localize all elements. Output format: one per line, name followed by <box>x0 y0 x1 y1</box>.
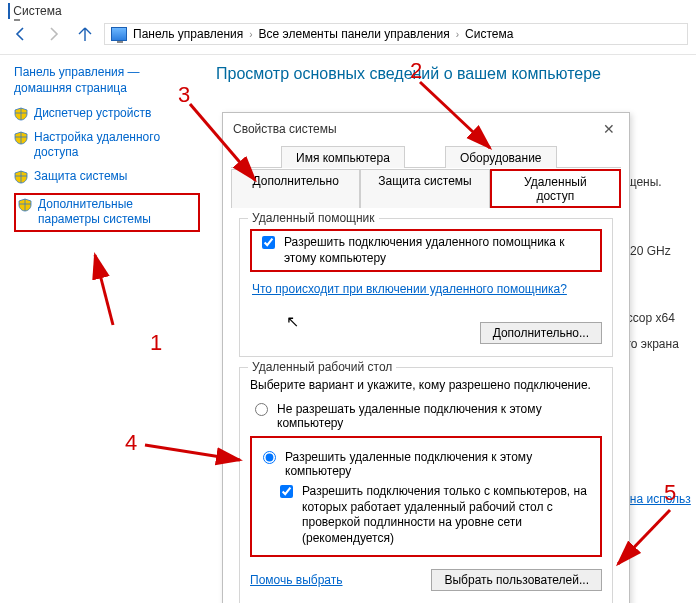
rd-radio-deny[interactable] <box>255 403 268 416</box>
breadcrumb[interactable]: Система <box>465 27 513 41</box>
explorer-navbar: Панель управления › Все элементы панели … <box>0 20 696 55</box>
forward-button[interactable] <box>40 22 66 46</box>
annotation-4: 4 <box>125 430 137 456</box>
back-button[interactable] <box>8 22 34 46</box>
remote-desktop-group: Удаленный рабочий стол Выберите вариант … <box>239 367 613 603</box>
sidebar-home[interactable]: Панель управления — домашняя страница <box>14 65 200 96</box>
select-users-button[interactable]: Выбрать пользователей... <box>431 569 602 591</box>
ra-advanced-button[interactable]: Дополнительно... <box>480 322 602 344</box>
sidebar-item-label: Защита системы <box>34 169 127 185</box>
page-title: Просмотр основных сведений о вашем компь… <box>216 65 696 83</box>
sidebar-item-device-manager[interactable]: Диспетчер устройств <box>14 106 200 122</box>
rd-radio-allow[interactable] <box>263 451 276 464</box>
tab-hardware[interactable]: Оборудование <box>445 146 557 168</box>
rd-instruction: Выберите вариант и укажите, кому разреше… <box>250 378 602 392</box>
monitor-icon <box>111 27 127 41</box>
rd-nla-checkbox[interactable] <box>280 485 293 498</box>
chevron-right-icon: › <box>249 29 252 40</box>
sidebar-item-remote-settings[interactable]: Настройка удаленного доступа <box>14 130 200 161</box>
remote-assistance-group: Удаленный помощник Разрешить подключения… <box>239 218 613 357</box>
sidebar-item-label: Настройка удаленного доступа <box>34 130 200 161</box>
svg-line-0 <box>95 255 113 325</box>
sidebar-item-advanced-settings[interactable]: Дополнительные параметры системы <box>14 193 200 232</box>
sidebar: Панель управления — домашняя страница Ди… <box>0 55 210 250</box>
up-button[interactable] <box>72 22 98 46</box>
tab-advanced[interactable]: Дополнительно <box>231 169 360 208</box>
tab-system-protection[interactable]: Защита системы <box>360 169 489 208</box>
breadcrumb[interactable]: Все элементы панели управления <box>259 27 450 41</box>
sidebar-item-system-protection[interactable]: Защита системы <box>14 169 200 185</box>
shield-icon <box>18 198 32 212</box>
radio-label: Разрешить удаленные подключения к этому … <box>285 450 594 478</box>
shield-icon <box>14 107 28 121</box>
chevron-right-icon: › <box>456 29 459 40</box>
checkbox-label: Разрешить подключения удаленного помощни… <box>284 235 594 266</box>
system-properties-dialog: Свойства системы ✕ Имя компьютера Оборуд… <box>222 112 630 603</box>
tab-remote[interactable]: Удаленный доступ <box>490 169 621 208</box>
group-legend: Удаленный помощник <box>248 211 379 225</box>
address-bar[interactable]: Панель управления › Все элементы панели … <box>104 23 688 45</box>
allow-remote-assistance-checkbox[interactable] <box>262 236 275 249</box>
shield-icon <box>14 170 28 184</box>
window-title: Система <box>0 0 696 20</box>
rd-help-choose-link[interactable]: Помочь выбрать <box>250 573 343 587</box>
sidebar-item-label: Дополнительные параметры системы <box>38 197 196 228</box>
system-info-fragment: ищены. 3.20 GHz ессор x64 ого экрана я н… <box>620 170 690 512</box>
monitor-icon <box>8 3 10 19</box>
rd-option-allow[interactable]: Разрешить удаленные подключения к этому … <box>258 450 594 478</box>
checkbox-label: Разрешить подключения только с компьютер… <box>302 484 594 546</box>
allow-remote-assistance-row: Разрешить подключения удаленного помощни… <box>250 229 602 272</box>
radio-label: Не разрешать удаленные подключения к это… <box>277 402 602 430</box>
dialog-title: Свойства системы <box>233 122 337 136</box>
shield-icon <box>14 131 28 145</box>
breadcrumb[interactable]: Панель управления <box>133 27 243 41</box>
close-button[interactable]: ✕ <box>599 121 619 137</box>
tab-computer-name[interactable]: Имя компьютера <box>281 146 405 168</box>
group-legend: Удаленный рабочий стол <box>248 360 396 374</box>
remote-assistance-help-link[interactable]: Что происходит при включении удаленного … <box>252 282 567 296</box>
sidebar-item-label: Диспетчер устройств <box>34 106 151 122</box>
annotation-1: 1 <box>150 330 162 356</box>
rd-option-deny[interactable]: Не разрешать удаленные подключения к это… <box>250 402 602 430</box>
